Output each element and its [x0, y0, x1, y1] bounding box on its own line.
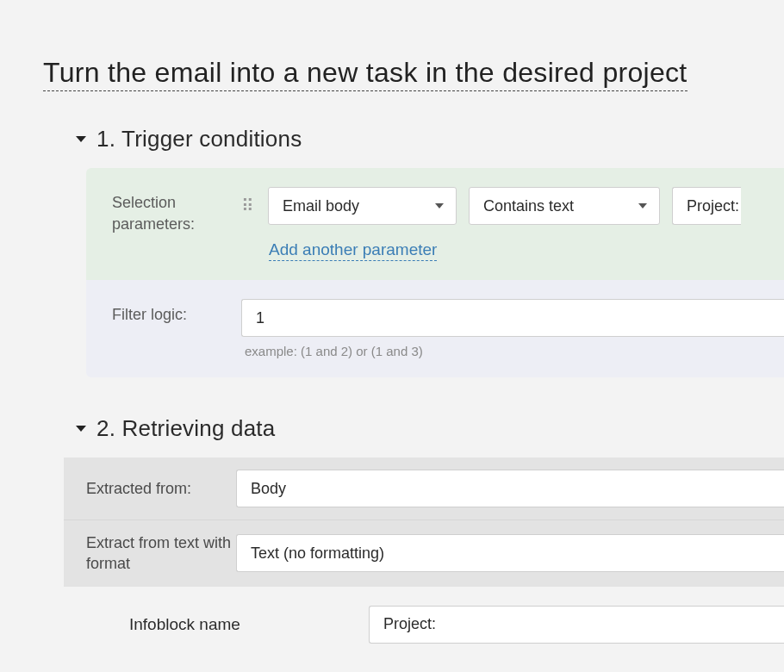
extracted-from-row: Extracted from: Body: [64, 457, 784, 520]
infoblock-name-row: Infoblock name: [64, 587, 784, 644]
param-source-value: Email body: [283, 197, 359, 215]
extract-format-select[interactable]: Text (no formatting): [236, 534, 784, 572]
extracted-from-select[interactable]: Body: [236, 470, 784, 507]
param-value-input[interactable]: Project:: [672, 187, 741, 225]
selection-parameters-label: Selection parameters:: [112, 187, 241, 235]
page-title[interactable]: Turn the email into a new task in the de…: [43, 57, 688, 91]
add-parameter-link[interactable]: Add another parameter: [269, 240, 437, 261]
param-source-select[interactable]: Email body: [268, 187, 457, 225]
extracted-from-value: Body: [251, 480, 286, 498]
selection-parameters-controls: ⠿ Email body Contains text Project: Add …: [241, 187, 784, 261]
param-operator-value: Contains text: [483, 197, 574, 215]
extracted-from-label: Extracted from:: [86, 478, 236, 499]
section-2-header[interactable]: 2. Retrieving data: [76, 415, 784, 442]
section-1-header[interactable]: 1. Trigger conditions: [76, 126, 784, 152]
trigger-conditions-panel: Selection parameters: ⠿ Email body Conta…: [86, 168, 784, 377]
chevron-down-icon: [435, 203, 444, 208]
filter-logic-row: Filter logic: example: (1 and 2) or (1 a…: [86, 280, 784, 377]
param-operator-select[interactable]: Contains text: [469, 187, 660, 225]
filter-logic-hint: example: (1 and 2) or (1 and 3): [245, 344, 784, 358]
chevron-down-icon: [638, 203, 647, 208]
parameter-line-1: ⠿ Email body Contains text Project:: [241, 187, 784, 225]
caret-down-icon: [76, 136, 86, 142]
caret-down-icon: [76, 426, 86, 432]
retrieving-data-panel: Extracted from: Body Extract from text w…: [64, 457, 784, 644]
filter-logic-controls: example: (1 and 2) or (1 and 3): [241, 299, 784, 358]
extract-format-label: Extract from text with format: [86, 532, 236, 575]
infoblock-name-input[interactable]: [369, 606, 784, 644]
filter-logic-label: Filter logic:: [112, 299, 241, 326]
section-2-title: 2. Retrieving data: [96, 415, 275, 442]
section-1-title: 1. Trigger conditions: [96, 126, 302, 152]
filter-logic-input[interactable]: [241, 299, 784, 337]
extract-format-row: Extract from text with format Text (no f…: [64, 520, 784, 587]
extract-format-value: Text (no formatting): [251, 544, 384, 563]
selection-parameters-row: Selection parameters: ⠿ Email body Conta…: [86, 168, 784, 280]
infoblock-name-label: Infoblock name: [129, 615, 369, 634]
drag-handle-icon[interactable]: ⠿: [241, 202, 256, 211]
param-value-text: Project:: [687, 197, 739, 215]
